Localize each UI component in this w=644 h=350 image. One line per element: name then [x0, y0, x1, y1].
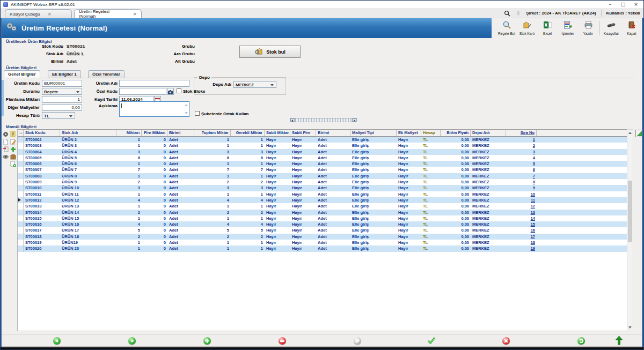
close-button[interactable]: ×	[630, 1, 642, 8]
table-row[interactable]: ST00007ÜRÜN 770Adet77HayırHayırAdetElle …	[18, 167, 627, 173]
table-row[interactable]: ST00015ÜRÜN 1510Adet11HayırHayırAdetElle…	[18, 215, 627, 221]
cell-depo_adi: MERKEZ	[471, 185, 506, 191]
uretim-adi-input[interactable]	[119, 80, 189, 87]
table-row[interactable]: ST00004ÜRÜN 430Adet33HayırHayırAdetElle …	[18, 149, 627, 155]
previous-record-button[interactable]	[53, 337, 61, 345]
islemler-button[interactable]: İşlemler	[558, 19, 578, 38]
table-row[interactable]: ST00017ÜRÜN 1750Adet55HayırHayırAdetElle…	[18, 227, 627, 233]
table-row[interactable]: ST00016ÜRÜN 1640Adet44HayırHayırAdetElle…	[18, 221, 627, 227]
excel-button[interactable]: Excel	[537, 19, 558, 38]
search-icon[interactable]	[504, 10, 510, 17]
column-header-hesap[interactable]: Hesap	[421, 130, 441, 136]
tab-ozel-tanimlar[interactable]: Özel Tanımlar	[88, 70, 125, 78]
table-row[interactable]: ST00002ÜRÜN 210Adet11HayırHayırAdetElle …	[18, 137, 627, 143]
scroll-up-icon[interactable]	[627, 130, 633, 136]
table-row[interactable]: ST00019ÜRÜN1910Adet11HayırHayırAdetElle …	[18, 240, 627, 245]
grid-vertical-scrollbar[interactable]	[627, 129, 633, 331]
cell-stok_adi: ÜRÜN 2	[60, 137, 116, 143]
table-row[interactable]: ST00012ÜRÜN 1240Adet44HayırHayırAdetElle…	[18, 197, 627, 203]
subelerde-ortak-kullan-checkbox[interactable]	[195, 111, 200, 116]
grid-grip-header: ::	[18, 130, 24, 136]
depo-adi-select[interactable]: MERKEZ	[233, 81, 276, 88]
column-header-toplam_miktar[interactable]: Toplam Miktar	[194, 130, 231, 136]
package-icon[interactable]	[10, 153, 16, 160]
column-header-birimi[interactable]: Birimi	[167, 130, 194, 136]
table-row[interactable]: ST00003ÜRÜN 310Adet11HayırHayırAdetElle …	[18, 143, 627, 148]
refresh-button[interactable]	[577, 337, 585, 345]
ozel-kodu-lookup-button[interactable]	[167, 88, 174, 95]
cell-birimi2: Adet	[316, 173, 350, 179]
column-header-sabit_miktar[interactable]: Sabit Miktar	[265, 130, 290, 136]
notification-bell-icon[interactable]	[515, 10, 521, 17]
table-row[interactable]: ST00008ÜRÜN 810Adet11HayırHayırAdetElle …	[18, 173, 627, 179]
cell-birimi: Adet	[167, 155, 194, 161]
preview-eye-icon[interactable]	[2, 153, 9, 160]
tab-uretim-recetesi[interactable]: Üretim Reçetesi (Normal) ×	[74, 9, 142, 18]
column-header-fire_miktari[interactable]: Fire Miktarı	[142, 130, 167, 136]
delete-record-button[interactable]	[279, 337, 286, 345]
table-row[interactable]: ST00005ÜRÜN 580Adet88HayırHayırAdetElle …	[18, 155, 627, 161]
table-row[interactable]: ST00010ÜRÜN 1030Adet33HayırHayırAdetElle…	[18, 185, 627, 191]
column-header-ek_maliyet[interactable]: Ek Maliyet	[397, 130, 421, 136]
import-document-icon[interactable]	[2, 146, 9, 152]
stok-bul-button[interactable]: Stok bul	[239, 46, 301, 58]
tab-genel-bilgiler[interactable]: Genel Bilgiler	[4, 70, 40, 78]
next-record-button[interactable]	[128, 337, 136, 345]
kisayollar-button[interactable]: Kısayollar	[601, 19, 621, 38]
stok-bloke-checkbox[interactable]	[177, 88, 181, 93]
tab-kisayol-cubugu[interactable]: Kısayol Çubuğu ×	[5, 9, 72, 18]
table-row[interactable]: ST00009ÜRÜN 920Adet22HayırHayırAdetElle …	[18, 179, 627, 185]
table-row[interactable]: ST00011ÜRÜN 1110Adet11HayırHayırAdetElle…	[18, 191, 627, 197]
edit-document-icon[interactable]	[10, 138, 16, 145]
scrollbar-thumb[interactable]	[628, 181, 632, 242]
column-header-birim_fiyati[interactable]: Birim Fiyatı	[441, 130, 471, 136]
tab-ek-bilgiler-1[interactable]: Ek Bilgiler 1	[48, 70, 81, 78]
column-header-birimi2[interactable]: Birimi	[316, 130, 350, 136]
go-top-button[interactable]	[616, 336, 623, 347]
stok-karti-button[interactable]: Stok Kartı	[517, 19, 537, 38]
add-document-icon[interactable]	[10, 161, 16, 167]
tab-close-icon[interactable]: ×	[133, 11, 137, 17]
column-header-miktari[interactable]: Miktarı	[116, 130, 142, 136]
column-header-stok_adi[interactable]: Stok Adı	[60, 130, 116, 136]
row-grip	[18, 197, 24, 203]
confirm-button[interactable]	[427, 337, 436, 346]
table-row[interactable]: ST00014ÜRÜN 1420Adet22HayırHayırAdetElle…	[18, 210, 627, 215]
hesap-turu-select[interactable]: TL	[42, 112, 75, 119]
aciklama-textarea[interactable]	[119, 101, 189, 117]
column-header-gerekli_miktar[interactable]: Gerekli Miktar	[231, 130, 265, 136]
kapat-button[interactable]: Kapat	[621, 19, 642, 38]
add-record-button[interactable]	[203, 337, 211, 345]
column-header-maliyet_tipi[interactable]: Maliyet Tipi	[350, 130, 397, 136]
column-header-sabit_fire[interactable]: Sabit Fire	[290, 130, 316, 136]
column-header-sira_no[interactable]: Sıra No	[506, 130, 537, 136]
maximize-button[interactable]: □	[617, 1, 630, 8]
table-row[interactable]: ST00020ÜRÜN 2010Adet11HayırHayırAdetElle…	[18, 245, 627, 251]
scroll-down-icon[interactable]	[627, 324, 633, 331]
stok-adi-label: Stok Adı	[12, 51, 63, 56]
column-header-stok_kodu[interactable]: Stok Kodu	[24, 130, 60, 136]
minimize-button[interactable]: –	[604, 1, 617, 8]
column-header-depo_adi[interactable]: Depo Adı	[471, 130, 506, 136]
cancel-button[interactable]	[502, 337, 510, 345]
table-row[interactable]: ST00013ÜRÜN 1310Adet11HayırHayırAdetElle…	[18, 203, 627, 209]
recete-bul-button[interactable]: Reçete Bul	[496, 19, 517, 38]
cell-miktari: 5	[116, 227, 142, 233]
scroll-right-icon[interactable]	[352, 118, 356, 122]
settings-gear-icon[interactable]	[2, 131, 9, 137]
yazdir-button[interactable]: Yazdır	[578, 19, 598, 38]
add-plus-icon[interactable]	[10, 146, 16, 152]
production-recipe-icon	[6, 22, 18, 34]
depo-group-title: Depo	[197, 75, 211, 80]
tab-close-icon[interactable]: ×	[47, 11, 52, 17]
form-horizontal-scrollbar[interactable]	[290, 118, 357, 122]
ozel-kodu-input[interactable]	[119, 88, 166, 95]
table-row[interactable]: ST00006ÜRÜN 610Adet11HayırHayırAdetElle …	[18, 161, 627, 167]
cell-miktari: 7	[116, 167, 142, 173]
cell-birimi: Adet	[167, 161, 194, 167]
table-row[interactable]: ST00018ÜRÜN 1820Adet22HayırHayırAdetElle…	[18, 234, 627, 240]
scroll-left-icon[interactable]	[290, 118, 295, 122]
edit-record-button[interactable]	[354, 337, 361, 345]
new-document-icon[interactable]	[2, 138, 9, 145]
copy-note-icon[interactable]	[10, 131, 16, 137]
